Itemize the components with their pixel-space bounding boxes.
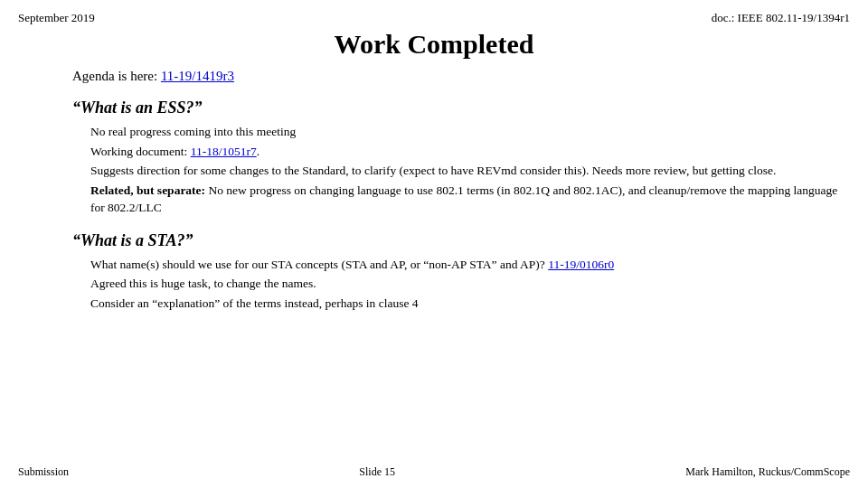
section1: “What is an ESS?” No real progress comin… [72,99,850,217]
slide-container: September 2019 doc.: IEEE 802.11-19/1394… [0,0,868,488]
working-doc-link[interactable]: 11-18/1051r7 [191,145,257,158]
content-area: Agenda is here: 11-19/1419r3 “What is an… [18,69,850,313]
bullet-4: Related, but separate: No new progress o… [90,182,850,217]
footer-right: Mark Hamilton, Ruckus/CommScope [685,465,850,479]
section2: “What is a STA?” What name(s) should we … [72,231,850,313]
slide-title: Work Completed [18,29,850,60]
bullet-1: No real progress coming into this meetin… [90,123,850,141]
section1-heading: “What is an ESS?” [72,99,850,117]
section2-heading: “What is a STA?” [72,231,850,250]
agenda-link[interactable]: 11-19/1419r3 [161,69,234,83]
header-bar: September 2019 doc.: IEEE 802.11-19/1394… [18,11,850,25]
footer-left: Submission [18,465,69,479]
agenda-line: Agenda is here: 11-19/1419r3 [72,69,850,84]
footer-bar: Submission Slide 15 Mark Hamilton, Rucku… [18,465,850,479]
agenda-prefix: Agenda is here: [72,69,161,83]
sta-link[interactable]: 11-19/0106r0 [548,258,614,271]
section2-bullets: What name(s) should we use for our STA c… [72,256,850,313]
bullet-3: Suggests direction for some changes to t… [90,162,850,180]
section1-bullets: No real progress coming into this meetin… [72,123,850,217]
s2-bullet-2: Agreed this is huge task, to change the … [90,275,850,293]
header-date: September 2019 [18,11,95,25]
header-doc: doc.: IEEE 802.11-19/1394r1 [712,11,850,25]
bullet-2: Working document: 11-18/1051r7. [90,143,850,161]
s2-bullet-3: Consider an “explanation” of the terms i… [90,295,850,313]
s2-bullet-1: What name(s) should we use for our STA c… [90,256,850,274]
footer-center: Slide 15 [69,465,685,479]
